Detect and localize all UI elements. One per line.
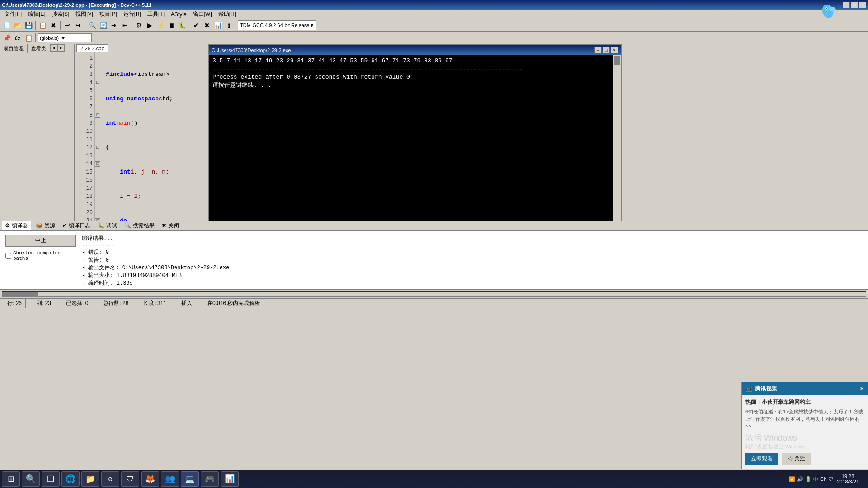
menu-run[interactable]: 运行[R] <box>121 9 144 19</box>
find-btn[interactable]: 🔍 <box>87 20 97 30</box>
main-area: 项目管理 查看类 ◄ ► 2-29-2.cpp 12345 678910 111… <box>0 44 868 221</box>
run-btn[interactable]: ▶ <box>145 20 155 30</box>
minimize-btn[interactable]: − <box>843 2 850 8</box>
error-btn[interactable]: ✖ <box>202 20 212 30</box>
clock[interactable]: 19:28 2018/3/21 <box>837 474 859 484</box>
taskbar-dev[interactable]: 💻 <box>181 471 199 487</box>
debug-btn[interactable]: 🐛 <box>177 20 187 30</box>
console-scrollbar[interactable] <box>613 55 621 221</box>
close-file-btn[interactable]: ✖ <box>48 20 58 30</box>
menu-edit[interactable]: 编辑[E] <box>25 9 48 19</box>
taskbar-users[interactable]: 👥 <box>161 471 179 487</box>
undo-btn[interactable]: ↩ <box>62 20 72 30</box>
compiler-dropdown[interactable]: TDM-GCC 4.9.2 64-bit Release ▼ <box>238 20 316 30</box>
compile-result-title: 编译结果... <box>82 235 861 242</box>
info2-btn[interactable]: 📋 <box>24 33 33 43</box>
ime-icon[interactable]: 中 <box>813 476 818 483</box>
menu-file[interactable]: 文件[F] <box>2 9 24 19</box>
panel-next-btn[interactable]: ► <box>57 44 65 52</box>
unindent-btn[interactable]: ⇤ <box>120 20 130 30</box>
menu-tools[interactable]: 工具[T] <box>145 9 167 19</box>
fold-8[interactable]: □ <box>95 113 100 118</box>
compile-run-btn[interactable]: ⚡ <box>156 20 165 30</box>
chart-btn[interactable]: 📊 <box>213 20 223 30</box>
menu-view[interactable]: 视图[V] <box>73 9 96 19</box>
close-btn[interactable]: × <box>859 2 866 8</box>
editor-wrapper: 2-29-2.cpp 12345 678910 1112131415 16171… <box>75 44 868 221</box>
tab-compiler[interactable]: ⚙ 编译器 <box>2 221 31 231</box>
logo-bird-icon <box>816 2 839 25</box>
taskbar-fox[interactable]: 🦊 <box>141 471 159 487</box>
shorten-paths-checkbox[interactable] <box>5 253 11 259</box>
follow-btn[interactable]: ☆ 关注 <box>782 453 811 465</box>
horizontal-scrollbar[interactable] <box>2 291 866 297</box>
compile-output-file: - 输出文件名: C:\Users\47303\Desktop\2-29-2.e… <box>82 264 861 272</box>
notification-close-btn[interactable]: × <box>860 385 864 392</box>
watch-btn[interactable]: 立即观看 <box>745 453 778 465</box>
panel-tab-class[interactable]: 查看类 <box>28 44 50 53</box>
task-view-button[interactable]: ❑ <box>42 471 60 487</box>
notif-title-area: 📺 腾讯视频 <box>745 385 777 393</box>
status-line: 行: 26 <box>4 299 26 308</box>
menu-project[interactable]: 项目[P] <box>97 9 120 19</box>
console-close-btn[interactable]: × <box>611 47 618 53</box>
fold-14[interactable]: □ <box>95 161 100 167</box>
console-line-3: 请按任意键继续. . . <box>212 81 617 89</box>
menu-search[interactable]: 搜索[S] <box>49 9 72 19</box>
scrollbar-thumb[interactable] <box>614 56 620 65</box>
start-button[interactable]: ⊞ <box>2 471 20 487</box>
fold-column: □ □ □ □ □ <box>95 52 102 221</box>
menu-astyle[interactable]: AStyle <box>168 10 189 19</box>
toolbar-2: 📌 🗂 📋 (globals) ▼ <box>0 32 868 44</box>
tab-close[interactable]: ✖ 关闭 <box>159 221 182 230</box>
stop-compile-btn[interactable]: 中止 <box>5 235 76 247</box>
status-length: 长度: 311 <box>140 299 170 308</box>
save-all-btn[interactable]: 📋 <box>38 20 47 30</box>
indent-btn[interactable]: ⇥ <box>109 20 119 30</box>
compile-btn[interactable]: ⚙ <box>134 20 144 30</box>
tab-search-results[interactable]: 🔍 搜索结果 <box>122 221 157 230</box>
show-desktop-btn[interactable] <box>863 471 866 487</box>
editor-tab[interactable]: 2-29-2.cpp <box>76 44 108 52</box>
console-maximize-btn[interactable]: □ <box>603 47 610 53</box>
compile-time: - 编译时间: 1.39s <box>82 279 861 287</box>
fold-12[interactable]: □ <box>95 145 100 150</box>
panel-tab-project[interactable]: 项目管理 <box>0 44 28 53</box>
console-title-text: C:\Users\47303\Desktop\2-29-2.exe <box>212 47 291 53</box>
replace-btn[interactable]: 🔄 <box>98 20 108 30</box>
taskbar-explorer[interactable]: 📁 <box>81 471 99 487</box>
fold-4[interactable]: □ <box>95 80 100 85</box>
taskbar-edge[interactable]: 🌐 <box>61 471 80 487</box>
toggle-panel-btn[interactable]: 🗂 <box>13 33 23 43</box>
save-btn[interactable]: 💾 <box>24 20 33 30</box>
fold-21[interactable]: □ <box>95 218 100 221</box>
taskbar-app2[interactable]: 📊 <box>221 471 239 487</box>
close-icon: ✖ <box>162 222 166 229</box>
tab-compile-log[interactable]: ✔ 编译日志 <box>60 221 93 230</box>
info-btn[interactable]: ℹ <box>224 20 234 30</box>
tab-debug[interactable]: 🐛 调试 <box>95 221 120 230</box>
console-minimize-btn[interactable]: − <box>594 47 602 53</box>
tab-resources[interactable]: 📦 资源 <box>33 221 58 230</box>
taskbar-shield[interactable]: 🛡 <box>121 471 139 487</box>
debug-icon: 🐛 <box>98 222 104 229</box>
panel-prev-btn[interactable]: ◄ <box>50 44 57 52</box>
notification-header: 📺 腾讯视频 × <box>742 382 868 395</box>
redo-btn[interactable]: ↪ <box>73 20 83 30</box>
globals-dropdown[interactable]: (globals) ▼ <box>38 33 92 42</box>
menu-window[interactable]: 窗口[W] <box>190 9 215 19</box>
stop-btn[interactable]: ⏹ <box>166 20 176 30</box>
line-numbers: 12345 678910 1112131415 1617181920 21222… <box>75 52 95 221</box>
new-btn[interactable]: 📄 <box>2 20 12 30</box>
tencent-video-icon: 📺 <box>745 385 752 392</box>
menu-help[interactable]: 帮助[H] <box>216 9 239 19</box>
left-panel-btn[interactable]: 📌 <box>2 33 12 43</box>
check-btn[interactable]: ✔ <box>191 20 201 30</box>
search-button[interactable]: 🔍 <box>22 471 40 487</box>
open-btn[interactable]: 📂 <box>13 20 23 30</box>
scrollbar-thumb-h[interactable] <box>2 292 38 296</box>
taskbar-ie[interactable]: e <box>101 471 119 487</box>
maximize-btn[interactable]: □ <box>851 2 858 8</box>
compile-errors: - 错误: 0 <box>82 249 861 256</box>
taskbar-game[interactable]: 🎮 <box>201 471 219 487</box>
